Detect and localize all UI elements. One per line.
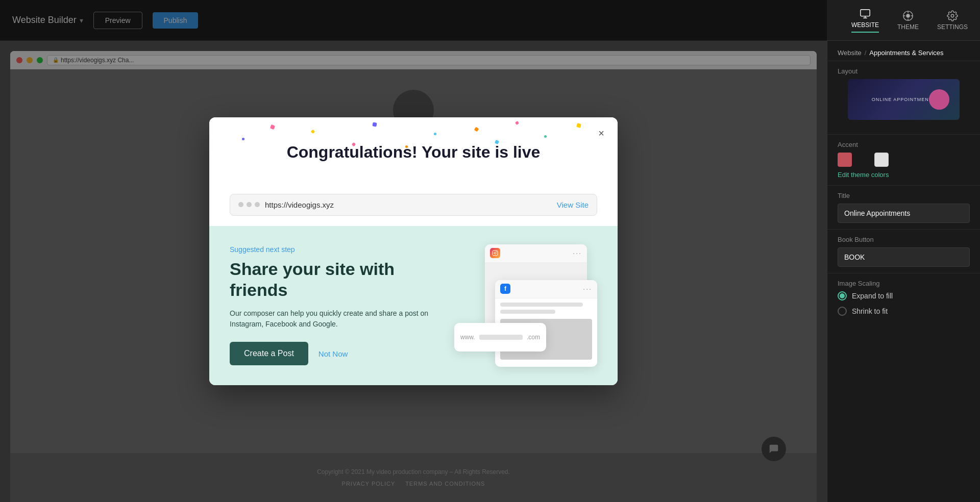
confetti-5 xyxy=(474,127,479,132)
breadcrumb: Website / Appointments & Services xyxy=(827,41,980,61)
svg-rect-4 xyxy=(493,250,498,256)
edit-theme-link[interactable]: Edit theme colors xyxy=(838,171,889,179)
congratulations-modal: × Congratulations! Your site is live xyxy=(209,117,618,385)
svg-rect-0 xyxy=(861,9,870,16)
image-scaling-section: Image Scaling Expand to fill Shrink to f… xyxy=(827,273,980,322)
url-mid-bar xyxy=(479,335,523,340)
radio-expand-circle xyxy=(838,291,847,300)
share-desc: Our composer can help you quickly create… xyxy=(230,308,434,330)
accent-swatch-light[interactable] xyxy=(874,153,889,167)
url-card: www. .com xyxy=(454,323,546,352)
social-illustration: ··· f ··· xyxy=(454,244,597,367)
title-input[interactable] xyxy=(838,204,970,223)
accent-swatch-black[interactable] xyxy=(856,153,870,167)
suggested-label: Suggested next step xyxy=(230,245,434,254)
url-www-text: www. xyxy=(460,334,475,341)
breadcrumb-sep: / xyxy=(865,49,867,57)
fb-card-header: f ··· xyxy=(495,280,597,298)
theme-icon xyxy=(902,10,914,21)
url-bar-wrapper: https://videogigs.xyz View Site xyxy=(230,194,597,216)
url-com-text: .com xyxy=(527,334,540,341)
accent-label: Accent xyxy=(838,141,970,148)
nav-theme-label: THEME xyxy=(897,23,919,31)
svg-point-2 xyxy=(906,14,910,17)
not-now-button[interactable]: Not Now xyxy=(318,349,348,358)
confetti-7 xyxy=(544,135,547,138)
nav-item-theme[interactable]: THEME xyxy=(897,10,919,31)
layout-label: Layout xyxy=(838,67,970,75)
url-dot-1 xyxy=(238,202,243,207)
breadcrumb-website[interactable]: Website xyxy=(838,49,862,57)
book-button-section: Book Button xyxy=(827,229,980,273)
breadcrumb-services: Appointments & Services xyxy=(869,49,943,57)
accent-section: Accent Edit theme colors xyxy=(827,134,980,185)
radio-expand-label: Expand to fill xyxy=(852,292,893,300)
layout-section: Layout ONLINE APPOINTMENTS xyxy=(827,61,980,134)
fb-line-1 xyxy=(500,303,583,307)
confetti-6 xyxy=(515,120,519,124)
svg-point-5 xyxy=(494,252,496,254)
image-scaling-label: Image Scaling xyxy=(838,280,970,287)
nav-website-label: WEBSITE xyxy=(851,21,879,29)
facebook-icon: f xyxy=(500,284,510,294)
thumb-circle xyxy=(929,89,949,110)
confetti-2 xyxy=(311,129,315,133)
modal-title: Congratulations! Your site is live xyxy=(230,143,597,162)
view-site-button[interactable]: View Site xyxy=(557,200,589,209)
layout-preview-thumb[interactable]: ONLINE APPOINTMENTS xyxy=(848,79,960,120)
close-icon: × xyxy=(598,128,604,139)
create-post-button[interactable]: Create a Post xyxy=(230,342,308,365)
radio-expand[interactable]: Expand to fill xyxy=(838,291,970,300)
thumb-label: ONLINE APPOINTMENTS xyxy=(872,97,936,102)
share-actions: Create a Post Not Now xyxy=(230,342,434,365)
book-button-label: Book Button xyxy=(838,236,970,243)
share-section: Suggested next step Share your site with… xyxy=(209,226,618,385)
confetti-9 xyxy=(242,138,244,140)
ig-card-header: ··· xyxy=(485,244,587,263)
share-title: Share your site with friends xyxy=(230,259,434,300)
nav-settings-label: SETTINGS xyxy=(937,23,968,31)
url-bar-dots xyxy=(238,202,260,207)
confetti-3 xyxy=(372,122,377,127)
instagram-icon xyxy=(490,248,500,258)
nav-item-settings[interactable]: SETTINGS xyxy=(937,10,968,31)
site-url-text: https://videogigs.xyz xyxy=(265,200,552,209)
url-dot-2 xyxy=(247,202,252,207)
modal-header: Congratulations! Your site is live xyxy=(209,117,618,194)
svg-point-3 xyxy=(951,14,954,17)
confetti-8 xyxy=(576,123,581,128)
share-text-area: Suggested next step Share your site with… xyxy=(230,245,434,366)
url-dot-3 xyxy=(255,202,260,207)
confetti-1 xyxy=(270,124,275,129)
title-section: Title xyxy=(827,185,980,229)
settings-icon xyxy=(947,10,958,21)
nav-item-website[interactable]: WEBSITE xyxy=(851,8,879,33)
modal-overlay: × Congratulations! Your site is live xyxy=(0,0,827,502)
url-card-inner: www. .com xyxy=(454,323,546,352)
radio-shrink[interactable]: Shrink to fit xyxy=(838,307,970,316)
ig-card-dots: ··· xyxy=(573,249,582,257)
fb-line-2 xyxy=(500,310,555,314)
modal-close-button[interactable]: × xyxy=(593,126,609,142)
confetti-4 xyxy=(434,133,436,135)
radio-shrink-circle xyxy=(838,307,847,316)
accent-row xyxy=(838,153,970,167)
scaling-radio-group: Expand to fill Shrink to fit xyxy=(838,291,970,316)
radio-shrink-label: Shrink to fit xyxy=(852,307,888,315)
right-panel: Website / Appointments & Services Layout… xyxy=(827,41,980,502)
website-icon xyxy=(860,8,871,19)
fb-card-dots: ··· xyxy=(583,285,592,293)
title-label: Title xyxy=(838,192,970,199)
top-bar-right: WEBSITE THEME SETTINGS xyxy=(851,8,968,33)
accent-swatch-red[interactable] xyxy=(838,153,852,167)
book-button-input[interactable] xyxy=(838,247,970,267)
svg-point-6 xyxy=(496,252,497,253)
